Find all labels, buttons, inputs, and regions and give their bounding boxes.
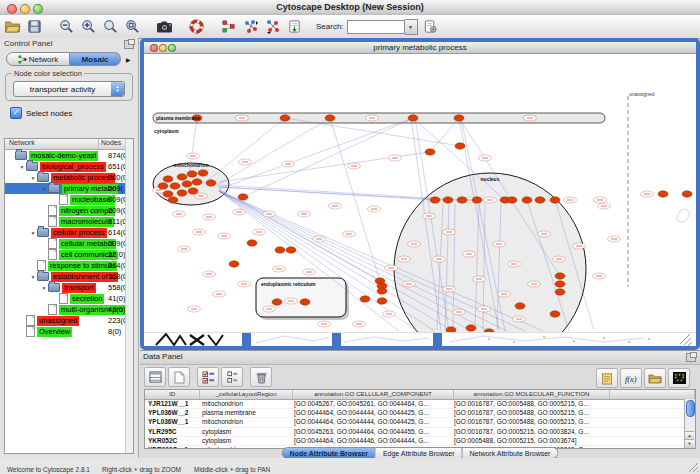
region-label-plasma-membrane: plasma membrane [156, 115, 200, 121]
table-vertical-scrollbar[interactable]: ▲ ▼ [684, 399, 695, 448]
import-network-icon[interactable] [285, 17, 304, 36]
node-count: 22(0) [108, 250, 126, 259]
attribute-table-icon[interactable] [144, 367, 166, 387]
help-ring-icon[interactable] [187, 17, 206, 36]
table-row[interactable]: YPL036W__1mitochondrion[GO:0044464, GO:0… [145, 418, 695, 427]
open-folder-icon[interactable] [3, 17, 22, 36]
annotation-import-icon[interactable] [241, 17, 260, 36]
tree-row[interactable]: macromolecule311(0) [5, 216, 133, 227]
unselect-attributes-icon[interactable] [221, 367, 243, 387]
tree-row[interactable]: secretion41(0) [5, 293, 133, 304]
node-color-selection-group: Node color selection transporter activit… [5, 73, 133, 101]
network-window-titlebar[interactable]: primary metabolic process [144, 42, 696, 54]
data-panel: Data Panel f(x) ID _cellularLayoutRegion… [140, 350, 700, 459]
zoom-fit-icon[interactable] [101, 17, 120, 36]
select-nodes-row: ✓ Select nodes [10, 107, 138, 119]
zoom-out-icon[interactable] [57, 17, 76, 36]
search-label: Search: [316, 22, 344, 31]
disclosure-triangle[interactable]: ▼ [29, 274, 37, 280]
tree-item-label: biological_process [40, 162, 106, 172]
tree-row[interactable]: response to stimulu264(0) [5, 260, 133, 271]
import-attributes-icon[interactable] [644, 368, 666, 388]
tab-overflow-arrow[interactable]: ▶ [126, 56, 131, 63]
disclosure-triangle[interactable]: ▼ [40, 285, 48, 291]
tree-row[interactable]: unassigned223(0) [5, 315, 133, 326]
file-icon [48, 216, 57, 227]
file-icon [48, 304, 57, 315]
float-panel-icon[interactable] [686, 353, 696, 362]
control-panel-title: Control Panel [4, 39, 52, 48]
tab-network-label: Network [29, 55, 58, 64]
tree-row[interactable]: nitrogen compo209(0) [5, 205, 133, 216]
tree-row[interactable]: ▼establishment of lo558(0) [5, 271, 133, 282]
window-resize-grip-icon[interactable] [687, 461, 699, 473]
tab-mosaic[interactable]: Mosaic [70, 52, 121, 66]
col-header-region[interactable]: _cellularLayoutRegion [200, 390, 293, 399]
tree-row[interactable]: nucleobase-209(0) [5, 194, 133, 205]
col-header-id[interactable]: ID [145, 390, 200, 399]
network-canvas[interactable]: plasma membrane cytoplasm mitochondrion … [144, 54, 696, 332]
disclosure-triangle[interactable]: ▼ [18, 164, 26, 170]
color-attribute-combobox[interactable]: transporter activity ▲▼ [13, 81, 125, 97]
table-row[interactable]: YJR121W__1mitochondrion[GO:0045267, GO:0… [145, 400, 695, 409]
col-header-molecular-function[interactable]: annotation.GO MOLECULAR_FUNCTION [454, 390, 610, 399]
tree-item-label: cellular process [51, 228, 107, 238]
select-attributes-icon[interactable] [197, 367, 219, 387]
tree-row[interactable]: ▼transport558(0) [5, 282, 133, 293]
scrollbar-thumb[interactable] [686, 400, 695, 417]
background-window-border [242, 333, 251, 346]
destroy-network-icon[interactable] [219, 17, 238, 36]
formula-builder-icon[interactable]: f(x) [620, 368, 642, 388]
tree-row[interactable]: ▼metabolic process280(0) [5, 172, 133, 183]
file-icon [59, 194, 68, 205]
tree-item-label: secretion [70, 294, 104, 304]
tree-row[interactable]: cell communicat22(0) [5, 249, 133, 260]
file-icon [26, 315, 35, 326]
folder-icon [15, 151, 27, 160]
scroll-down-arrow[interactable]: ▼ [685, 439, 694, 448]
annotation-notepad-icon[interactable] [596, 368, 618, 388]
main-toolbar: Search: ▼ [0, 15, 700, 39]
tree-item-label: transport [62, 283, 96, 293]
zoom-selected-icon[interactable] [123, 17, 142, 36]
table-row[interactable]: YKR052Ccytoplasm[GO:0044464, GO:0044446,… [145, 437, 695, 446]
tree-row[interactable]: Overview8(0) [5, 326, 133, 337]
disclosure-triangle[interactable]: ▼ [40, 186, 48, 192]
table-row[interactable]: YPL036W__2plasma membrane[GO:0044464, GO… [145, 409, 695, 418]
network-view-window: primary metabolic process plasma membran… [140, 38, 700, 350]
matrix-view-icon[interactable] [668, 368, 690, 388]
resize-grip-icon[interactable] [680, 334, 692, 346]
search-input[interactable] [347, 20, 405, 34]
disclosure-triangle[interactable]: ▼ [29, 175, 37, 181]
search-dropdown-button[interactable]: ▼ [405, 19, 418, 35]
annotation-export-icon[interactable] [263, 17, 282, 36]
delete-attribute-icon[interactable] [250, 367, 272, 387]
tree-row[interactable]: cellular metabol209(0) [5, 238, 133, 249]
svg-text:f(x): f(x) [624, 373, 636, 383]
tree-item-label: macromolecule [59, 217, 114, 227]
float-panel-icon[interactable] [124, 40, 134, 49]
tree-col-network[interactable]: Network [5, 139, 98, 149]
tab-mosaic-label: Mosaic [81, 55, 108, 64]
tree-item-label: Overview [37, 327, 72, 337]
tree-row[interactable]: ▼biological_process651(0) [5, 161, 133, 172]
snapshot-icon[interactable] [155, 17, 174, 36]
save-icon[interactable] [25, 17, 44, 36]
tree-row[interactable]: multi-organism pro42(0) [5, 304, 133, 315]
select-nodes-checkbox[interactable]: ✓ [10, 107, 22, 119]
disclosure-triangle[interactable]: ▼ [29, 230, 37, 236]
search-config-icon[interactable] [421, 17, 440, 36]
folder-icon [37, 272, 49, 281]
table-row[interactable]: YLR295Ccytoplasm[GO:0045263, GO:0044464,… [145, 428, 695, 437]
tree-row[interactable]: mosaic-demo-yeast874(0) [5, 150, 133, 161]
new-attribute-icon[interactable] [168, 367, 190, 387]
tree-row[interactable]: ▼cellular process614(0) [5, 227, 133, 238]
file-icon [59, 293, 68, 304]
region-label-unassigned: unassigned [629, 91, 655, 97]
node-count: 41(0) [108, 294, 126, 303]
zoom-in-icon[interactable] [79, 17, 98, 36]
col-header-cellular-component[interactable]: annotation.GO CELLULAR_COMPONENT [293, 390, 454, 399]
tree-scrollbar[interactable] [125, 139, 133, 453]
tab-network[interactable]: Network [6, 52, 70, 66]
tree-row-selected[interactable]: ▼primary metabo209(... [5, 183, 133, 194]
